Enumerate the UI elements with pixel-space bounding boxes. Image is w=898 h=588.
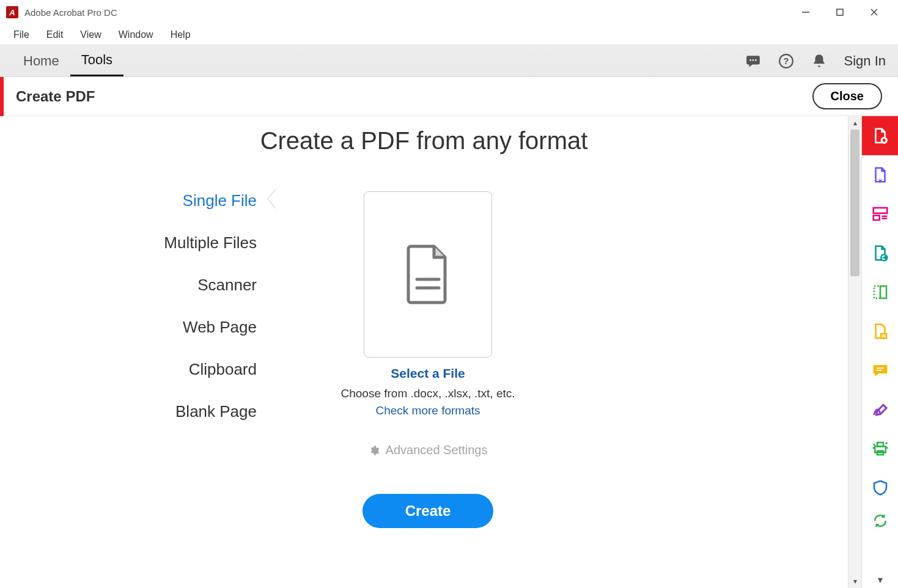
source-blank-page[interactable]: Blank Page (175, 402, 257, 421)
compare-files-tool[interactable] (862, 312, 898, 351)
source-clipboard[interactable]: Clipboard (189, 360, 257, 379)
create-pdf-tool[interactable] (862, 116, 898, 155)
maximize-button[interactable] (832, 4, 848, 20)
tab-home[interactable]: Home (12, 45, 70, 76)
file-icon (403, 244, 452, 305)
window-controls (798, 4, 892, 20)
tool-accent-bar (0, 77, 4, 116)
sign-in-link[interactable]: Sign In (844, 53, 886, 69)
file-dropzone[interactable] (364, 191, 492, 358)
advanced-settings-label: Advanced Settings (386, 443, 488, 457)
menu-file[interactable]: File (5, 26, 38, 44)
fill-sign-tool[interactable] (862, 390, 898, 429)
menu-view[interactable]: View (72, 26, 109, 44)
svg-rect-12 (873, 208, 887, 213)
svg-rect-1 (837, 9, 843, 15)
check-more-formats-link[interactable]: Check more formats (375, 404, 480, 417)
scroll-down-arrow[interactable]: ▾ (848, 575, 861, 588)
svg-rect-18 (880, 286, 886, 298)
rail-expand-arrow[interactable]: ▾ (862, 571, 898, 588)
svg-text:?: ? (783, 56, 789, 66)
comment-tool[interactable] (862, 351, 898, 390)
page-heading: Create a PDF from any format (0, 127, 848, 155)
source-scanner[interactable]: Scanner (197, 276, 257, 295)
svg-point-6 (754, 59, 756, 61)
svg-rect-13 (873, 216, 879, 221)
nav-strip: Home Tools ? Sign In (0, 45, 898, 77)
svg-rect-25 (877, 443, 883, 446)
bell-icon[interactable] (811, 53, 827, 69)
source-web-page[interactable]: Web Page (183, 318, 257, 337)
svg-rect-17 (874, 286, 880, 298)
svg-point-4 (749, 59, 751, 61)
workspace: Create a PDF from any format Single File… (0, 116, 898, 588)
title-bar: A Adobe Acrobat Pro DC (0, 0, 898, 24)
organize-pages-tool[interactable] (862, 194, 898, 233)
source-list: Single File Multiple Files Scanner Web P… (86, 191, 257, 528)
menu-window[interactable]: Window (110, 26, 162, 44)
content-column: Select a File Choose from .docx, .xlsx, … (300, 191, 556, 528)
source-single-file[interactable]: Single File (183, 191, 257, 210)
scroll-thumb[interactable] (850, 130, 859, 276)
optimize-tool[interactable] (862, 507, 898, 534)
combine-files-tool[interactable] (862, 273, 898, 312)
export-pdf-tool[interactable] (862, 233, 898, 273)
source-multiple-files[interactable]: Multiple Files (164, 233, 257, 252)
menu-help[interactable]: Help (162, 26, 199, 44)
create-button[interactable]: Create (363, 494, 494, 528)
vertical-scrollbar[interactable]: ▴ ▾ (848, 116, 861, 588)
edit-pdf-tool[interactable] (862, 155, 898, 194)
right-rail: ▾ (861, 116, 898, 588)
scroll-up-arrow[interactable]: ▴ (848, 116, 861, 130)
tool-header: Create PDF Close (0, 77, 898, 116)
gear-icon (369, 445, 380, 456)
select-file-link[interactable]: Select a File (391, 366, 465, 381)
app-icon: A (6, 6, 18, 18)
menu-bar: File Edit View Window Help (0, 24, 898, 45)
close-window-button[interactable] (866, 4, 882, 20)
menu-edit[interactable]: Edit (38, 26, 72, 44)
tab-tools[interactable]: Tools (70, 45, 123, 76)
print-production-tool[interactable] (862, 429, 898, 468)
minimize-button[interactable] (798, 4, 814, 20)
close-tool-button[interactable]: Close (812, 83, 882, 109)
scroll-track[interactable] (848, 130, 861, 575)
tool-title: Create PDF (16, 88, 95, 105)
advanced-settings-link[interactable]: Advanced Settings (369, 443, 488, 457)
main-area: Create a PDF from any format Single File… (0, 116, 848, 588)
app-title: Adobe Acrobat Pro DC (24, 7, 798, 18)
choose-from-text: Choose from .docx, .xlsx, .txt, etc. (340, 387, 515, 400)
chat-icon[interactable] (745, 53, 761, 69)
svg-point-5 (752, 59, 754, 61)
help-icon[interactable]: ? (778, 53, 794, 69)
svg-rect-19 (880, 333, 887, 339)
protect-tool[interactable] (862, 468, 898, 507)
